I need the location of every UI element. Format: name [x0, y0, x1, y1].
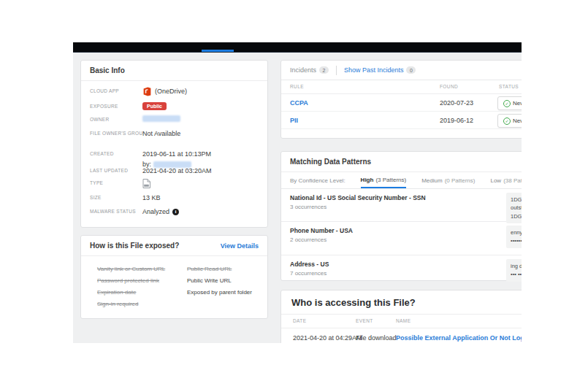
exposure-item-password-link: Password protected link: [97, 278, 165, 284]
tab-confidence-low[interactable]: Low (38 Patterns): [490, 172, 522, 188]
field-label: OWNER: [90, 115, 142, 122]
active-tab-indicator: [202, 50, 234, 52]
field-label: CLOUD APP: [90, 87, 142, 93]
status-dropdown-button[interactable]: ✓ New: [497, 114, 522, 128]
basic-info-card: Basic Info CLOUD APP (OneDrive) EXPOSURE…: [80, 60, 268, 228]
incidents-card: Incidents 2 Show Past Incidents 0 RULE F…: [280, 60, 522, 139]
pattern-item-phone: Phone Number - USA 2 occurrences enny ••…: [281, 222, 522, 255]
field-exposure: EXPOSURE Public: [90, 102, 263, 110]
column-header-date: DATE: [293, 318, 306, 323]
access-date: 2021-04-20 at 04:29AM: [293, 334, 362, 342]
status-dropdown-button[interactable]: ✓ New: [497, 96, 522, 110]
column-header-rule: RULE: [290, 84, 304, 89]
field-label: LAST UPDATED: [90, 166, 142, 173]
pattern-snippet: ing d ••• ••: [506, 259, 522, 282]
size-value: 13 KB: [142, 193, 161, 202]
check-circle-icon: ✓: [503, 118, 511, 125]
window-top-bar: [73, 42, 522, 53]
incidents-count-badge: 2: [319, 66, 329, 74]
tab-confidence-high[interactable]: High (3 Patterns): [361, 172, 407, 188]
tab-separator: [336, 66, 337, 75]
redacted-owner-value: [142, 115, 180, 122]
column-header-name: NAME: [396, 318, 411, 323]
exposure-item-vanity-link: Vanity link or Custom URL: [97, 266, 165, 272]
rule-link-ccpa[interactable]: CCPA: [290, 99, 308, 107]
column-header-event: EVENT: [356, 318, 373, 323]
file-exposure-card: How is this File exposed? View Details V…: [80, 235, 268, 319]
field-label: TYPE: [90, 179, 142, 185]
file-access-card: Who is accessing this File? DATE EVENT N…: [280, 290, 522, 343]
field-last-updated: LAST UPDATED 2021-04-20 at 03:20AM: [90, 166, 263, 175]
confidence-filter-label: By Confidence Level:: [290, 177, 345, 184]
exposure-item-public-read-url: Public Read URL: [187, 266, 252, 272]
tab-show-past-incidents[interactable]: Show Past Incidents 0: [344, 66, 416, 74]
access-card-title: Who is accessing this File?: [281, 290, 522, 314]
column-header-found: FOUND: [440, 84, 458, 89]
field-size: SIZE 13 KB: [90, 193, 263, 202]
pattern-snippet: enny •••••••: [506, 226, 522, 248]
matching-data-patterns-card: Matching Data Patterns By Confidence Lev…: [280, 151, 522, 281]
basic-info-title: Basic Info: [81, 61, 267, 80]
file-details-page: Basic Info CLOUD APP (OneDrive) EXPOSURE…: [73, 53, 522, 343]
exposure-public-badge: Public: [142, 102, 167, 110]
incident-found-date: 2019-06-12: [440, 117, 473, 124]
tab-incidents[interactable]: Incidents 2: [290, 66, 329, 74]
pattern-item-address: Address - US 7 occurrences ing d ••• ••: [281, 255, 522, 287]
pattern-snippet: 1DG outst 1DG: [506, 193, 522, 223]
exposure-item-exposed-by-parent: Exposed by parent folder: [187, 290, 252, 296]
field-label: SIZE: [90, 193, 142, 200]
field-label: FILE OWNER'S GROUPS: [90, 129, 142, 136]
created-date-value: 2019-06-11 at 10:13PM: [142, 150, 211, 158]
access-event: File download: [356, 334, 397, 342]
last-updated-value: 2021-04-20 at 03:20AM: [142, 166, 212, 175]
access-user-link[interactable]: Possible External Application Or Not Log…: [396, 334, 522, 342]
malware-status-value: Analyzed: [142, 207, 169, 216]
groups-value: Not Available: [142, 129, 180, 138]
exposure-item-public-write-url: Public Write URL: [187, 278, 252, 284]
access-row: 2021-04-20 at 04:29AM File download Poss…: [281, 328, 522, 343]
incident-row: PII 2019-06-12 ✓ New: [281, 112, 522, 129]
divider: [81, 80, 267, 81]
past-incidents-count-badge: 0: [406, 66, 416, 74]
view-details-link[interactable]: View Details: [221, 242, 259, 250]
exposure-item-expiration-date: Expiration date: [97, 290, 165, 296]
onedrive-app-icon: [142, 87, 152, 96]
field-cloud-app: CLOUD APP (OneDrive): [90, 87, 263, 96]
pattern-item-ssn: National Id - US Social Security Number …: [281, 189, 522, 222]
info-icon[interactable]: i: [172, 209, 179, 215]
field-owner: OWNER: [90, 115, 263, 122]
incident-found-date: 2020-07-23: [440, 99, 473, 107]
divider: [81, 255, 267, 256]
column-header-status: STATUS: [499, 84, 519, 89]
field-label: EXPOSURE: [90, 102, 142, 109]
tab-confidence-medium[interactable]: Medium (0 Patterns): [421, 172, 475, 188]
check-circle-icon: ✓: [503, 100, 511, 107]
field-label: CREATED: [90, 150, 142, 156]
field-malware-status: MALWARE STATUS Analyzed i: [90, 207, 263, 216]
incident-row: CCPA 2020-07-23 ✓ New: [281, 94, 522, 112]
exposure-card-title: How is this File exposed?: [90, 242, 179, 250]
patterns-card-title: Matching Data Patterns: [281, 152, 522, 172]
field-label: MALWARE STATUS: [90, 207, 142, 214]
exposure-item-sign-in-required: Sign-in required: [97, 301, 165, 307]
rule-link-pii[interactable]: PII: [290, 117, 298, 124]
field-file-owners-groups: FILE OWNER'S GROUPS Not Available: [90, 129, 263, 138]
file-type-icon: [142, 179, 150, 188]
field-type: TYPE: [90, 179, 263, 188]
cloud-app-value: (OneDrive): [155, 87, 187, 96]
